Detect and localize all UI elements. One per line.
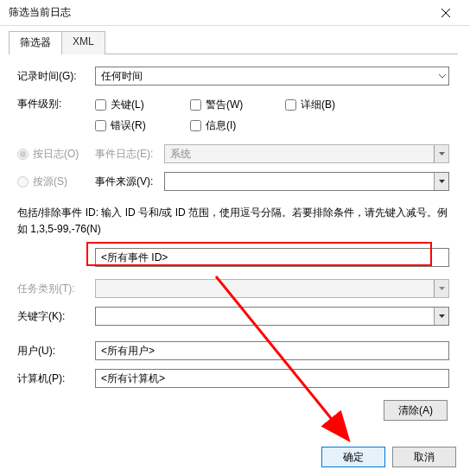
label-task-category: 任务类别(T):: [17, 282, 95, 296]
titlebar: 筛选当前日志: [0, 0, 470, 26]
event-id-input[interactable]: [95, 248, 449, 267]
radio-by-source: 按源(S): [17, 175, 95, 189]
row-event-level: 事件级别: 关键(L) 警告(W) 详细(B) 错误(R) 信息(I): [17, 94, 449, 136]
tab-bar: 筛选器 XML: [9, 31, 458, 54]
task-category-select: [95, 279, 449, 298]
svg-marker-2: [439, 152, 445, 155]
dropdown-button-icon: [434, 145, 448, 162]
chk-verbose[interactable]: 详细(B): [285, 94, 380, 115]
radio-by-source-input: [17, 176, 29, 187]
row-computer: 计算机(P):: [17, 369, 449, 388]
window-title: 筛选当前日志: [9, 5, 429, 20]
clear-row: 清除(A): [17, 400, 449, 421]
keyword-select[interactable]: [95, 307, 449, 326]
label-keyword: 关键字(K):: [17, 309, 95, 324]
chk-error-box[interactable]: [95, 120, 106, 131]
dropdown-button-icon: [434, 280, 448, 297]
chk-error[interactable]: 错误(R): [95, 115, 190, 136]
chk-warning[interactable]: 警告(W): [190, 94, 285, 115]
row-log-time: 记录时间(G): 任何时间: [17, 67, 449, 86]
chk-info[interactable]: 信息(I): [190, 115, 285, 136]
dropdown-button-icon[interactable]: [434, 308, 448, 325]
filter-panel: 记录时间(G): 任何时间 事件级别: 关键(L) 警告(W) 详细(B) 错误…: [3, 54, 463, 429]
log-time-select-wrap[interactable]: 任何时间: [95, 67, 449, 86]
ok-button[interactable]: 确定: [321, 447, 385, 467]
row-task-category: 任务类别(T):: [17, 279, 449, 298]
tab-xml[interactable]: XML: [62, 31, 105, 54]
dialog-body: 筛选器 XML 记录时间(G): 任何时间 事件级别: 关键(L) 警告(W) …: [0, 26, 470, 476]
chk-verbose-box[interactable]: [285, 99, 296, 111]
user-input[interactable]: [95, 341, 449, 360]
svg-marker-3: [439, 180, 445, 183]
svg-marker-4: [439, 287, 445, 290]
row-event-id: [17, 248, 449, 267]
radio-by-log-input: [17, 149, 29, 160]
event-source-select[interactable]: [164, 172, 449, 191]
label-computer: 计算机(P):: [17, 371, 95, 386]
label-log-time: 记录时间(G):: [17, 69, 95, 84]
clear-button[interactable]: 清除(A): [384, 400, 448, 421]
label-event-source: 事件来源(V):: [95, 175, 164, 189]
label-event-level: 事件级别:: [17, 94, 95, 111]
close-icon: [441, 9, 450, 17]
chk-warning-box[interactable]: [190, 99, 201, 111]
chk-info-box[interactable]: [190, 120, 201, 131]
event-level-checks: 关键(L) 警告(W) 详细(B) 错误(R) 信息(I): [95, 94, 449, 136]
computer-input[interactable]: [95, 369, 449, 388]
event-log-select: 系统: [164, 144, 449, 163]
close-button[interactable]: [429, 1, 463, 25]
chk-critical[interactable]: 关键(L): [95, 94, 190, 115]
cancel-button[interactable]: 取消: [392, 447, 456, 467]
label-event-log: 事件日志(E):: [95, 147, 164, 162]
label-user: 用户(U):: [17, 344, 95, 359]
tab-filter[interactable]: 筛选器: [9, 31, 62, 54]
task-category-select-wrap: [95, 279, 449, 298]
event-source-select-wrap[interactable]: [164, 172, 449, 191]
event-id-help: 包括/排除事件 ID: 输入 ID 号和/或 ID 范围，使用逗号分隔。若要排除…: [17, 205, 449, 238]
row-by-source: 按源(S) 事件来源(V):: [17, 172, 449, 191]
row-by-log: 按日志(O) 事件日志(E): 系统: [17, 144, 449, 163]
log-time-select[interactable]: 任何时间: [95, 67, 449, 86]
svg-marker-5: [439, 314, 445, 318]
chk-critical-box[interactable]: [95, 99, 106, 111]
keyword-select-wrap[interactable]: [95, 307, 449, 326]
row-user: 用户(U):: [17, 341, 449, 360]
event-log-select-wrap: 系统: [164, 144, 449, 163]
dropdown-button-icon[interactable]: [434, 173, 448, 190]
row-keyword: 关键字(K):: [17, 307, 449, 326]
radio-by-log: 按日志(O): [17, 147, 95, 162]
dialog-footer: 确定 取消: [321, 447, 456, 467]
